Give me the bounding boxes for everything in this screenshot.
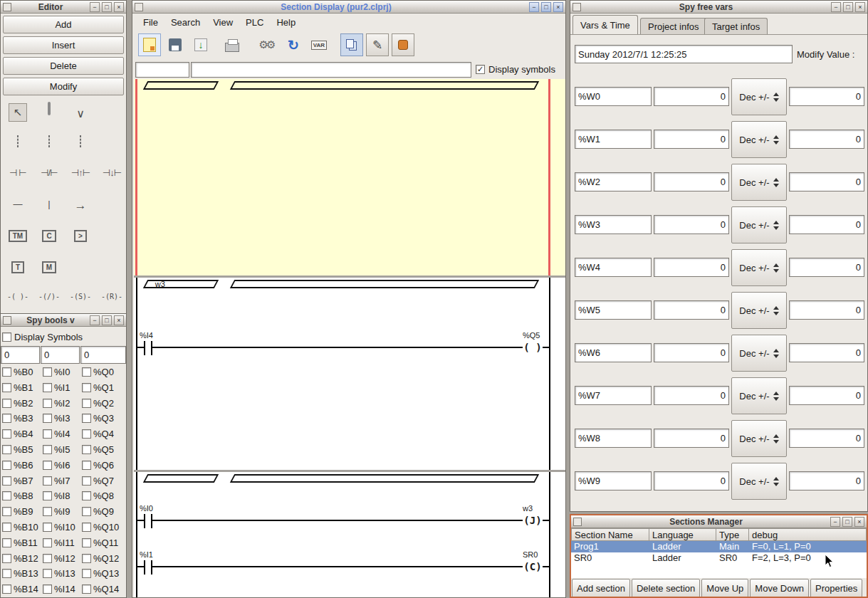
bool-checkbox[interactable] (43, 507, 52, 516)
bool-checkbox[interactable] (2, 383, 11, 392)
contact-rising-tool-icon[interactable]: ⊣↑⊢ (66, 167, 95, 178)
maximize-button[interactable]: □ (843, 2, 853, 12)
var-value-field[interactable]: 0 (654, 215, 729, 234)
editor-action-button[interactable]: Add (3, 16, 124, 33)
long-wire-tool-icon[interactable]: → (66, 199, 95, 213)
select-block-tool-icon[interactable] (35, 136, 63, 147)
var-name-field[interactable]: %W9 (575, 471, 652, 491)
contact-open-tool-icon[interactable]: ⊣ ⊢ (4, 167, 32, 178)
display-mode-button[interactable]: Dec +/- (731, 78, 787, 115)
vertical-wire-tool-icon[interactable]: | (35, 199, 63, 209)
bool-checkbox[interactable] (82, 569, 91, 578)
menu-item[interactable]: Search (164, 15, 206, 30)
display-mode-button[interactable]: Dec +/- (731, 420, 787, 457)
bool-checkbox[interactable] (43, 491, 52, 500)
export-icon[interactable]: ↓ (189, 33, 212, 56)
bool-checkbox[interactable] (82, 399, 91, 408)
edit-mode-button[interactable]: ✎ (366, 33, 389, 56)
coil-tool-icon[interactable]: -( )- (4, 293, 32, 300)
bool-checkbox[interactable] (2, 445, 11, 454)
display-mode-button[interactable]: Dec +/- (731, 249, 787, 286)
modify-value-field[interactable]: 0 (789, 300, 864, 320)
display-symbols-checkbox[interactable]: ✓ (476, 65, 485, 74)
bool-offset-field-q[interactable]: 0 (80, 346, 126, 364)
rung-search-field[interactable] (135, 62, 189, 78)
contact-falling-tool-icon[interactable]: ⊣↓⊢ (98, 167, 126, 178)
bool-checkbox[interactable] (82, 523, 91, 532)
bool-checkbox[interactable] (82, 507, 91, 516)
ladder-section-main[interactable]: %I0 w3 (J) %I1 SR0 (C) (134, 472, 565, 598)
section-row-sr0[interactable]: SR0 Ladder SR0 F=2, L=3, P=0 (571, 552, 867, 564)
maximize-button[interactable]: □ (842, 517, 852, 527)
display-mode-button[interactable]: Dec +/- (731, 206, 787, 243)
display-mode-button[interactable]: Dec +/- (731, 377, 787, 414)
bool-checkbox[interactable] (43, 584, 52, 594)
var-value-field[interactable]: 0 (654, 429, 729, 448)
bool-checkbox[interactable] (43, 569, 52, 578)
coil-jump-w3[interactable]: (J) (523, 513, 543, 528)
section-row-prog1[interactable]: Prog1 Ladder Main F=0, L=1, P=0 (571, 541, 867, 552)
var-name-field[interactable]: %W7 (575, 386, 652, 405)
bool-checkbox[interactable] (43, 461, 52, 470)
bool-checkbox[interactable] (2, 429, 11, 439)
ladder-section-current[interactable] (134, 79, 565, 276)
maximize-button[interactable]: □ (541, 2, 551, 12)
modify-value-field[interactable]: 0 (789, 386, 864, 405)
timer-block-tool-icon[interactable]: TM (4, 230, 32, 242)
var-value-field[interactable]: 0 (654, 258, 729, 277)
column-header[interactable]: Type (716, 528, 749, 541)
section-action-button[interactable]: Properties (810, 579, 862, 598)
column-header[interactable]: Section Name (571, 528, 649, 541)
bool-offset-field-b[interactable]: 0 (1, 346, 40, 364)
modify-value-field[interactable]: 0 (789, 429, 864, 448)
bool-checkbox[interactable] (2, 584, 11, 594)
tab-project-infos[interactable]: Project infos (640, 18, 707, 34)
bool-checkbox[interactable] (82, 429, 91, 439)
coil-set-tool-icon[interactable]: -(S)- (66, 293, 95, 300)
bool-checkbox[interactable] (82, 554, 91, 563)
var-name-field[interactable]: %W4 (575, 258, 652, 277)
print-icon[interactable] (221, 33, 244, 56)
maximize-button[interactable]: □ (102, 2, 112, 12)
coil-not-tool-icon[interactable]: -(/)- (35, 293, 63, 300)
bool-checkbox[interactable] (43, 523, 52, 532)
section-action-button[interactable]: Move Down (750, 579, 809, 598)
close-button[interactable]: × (553, 2, 563, 12)
var-value-field[interactable]: 0 (654, 130, 729, 149)
coil-call-SR0[interactable]: (C) (523, 560, 543, 574)
modify-value-field[interactable]: 0 (789, 87, 864, 106)
var-name-field[interactable]: %W0 (575, 87, 652, 106)
bool-checkbox[interactable] (2, 461, 11, 470)
symbol-entry-field[interactable] (191, 62, 471, 78)
bool-checkbox[interactable] (43, 383, 52, 392)
modify-value-field[interactable]: 0 (789, 130, 864, 149)
display-mode-button[interactable]: Dec +/- (731, 164, 787, 201)
var-name-field[interactable]: %W3 (575, 215, 652, 234)
modify-value-field[interactable]: 0 (789, 172, 864, 192)
bool-checkbox[interactable] (2, 414, 11, 423)
tab-target-infos[interactable]: Target infos (704, 18, 768, 34)
bool-checkbox[interactable] (82, 584, 91, 594)
var-value-field[interactable]: 0 (654, 300, 729, 320)
display-mode-button[interactable]: Dec +/- (731, 292, 787, 329)
var-name-field[interactable]: %W5 (575, 300, 652, 320)
section-action-button[interactable]: Move Up (701, 579, 748, 598)
select-mode-button[interactable] (340, 33, 363, 56)
bool-checkbox[interactable] (82, 445, 91, 454)
bool-checkbox[interactable] (2, 491, 11, 500)
bool-checkbox[interactable] (43, 445, 52, 454)
bool-checkbox[interactable] (43, 538, 52, 547)
bool-checkbox[interactable] (2, 523, 11, 532)
var-name-field[interactable]: %W8 (575, 429, 652, 448)
bool-checkbox[interactable] (82, 538, 91, 547)
bool-checkbox[interactable] (43, 399, 52, 408)
modify-mode-button[interactable] (392, 33, 414, 56)
compare-block-tool-icon[interactable]: > (66, 230, 95, 242)
bool-checkbox[interactable] (2, 569, 11, 578)
contact-I0[interactable] (144, 514, 152, 528)
wire-tool-icon[interactable]: ∨ (66, 107, 95, 120)
contact-I1[interactable] (144, 560, 152, 575)
minimize-button[interactable]: − (90, 315, 100, 325)
bool-checkbox[interactable] (82, 476, 91, 486)
close-button[interactable]: × (114, 315, 124, 325)
